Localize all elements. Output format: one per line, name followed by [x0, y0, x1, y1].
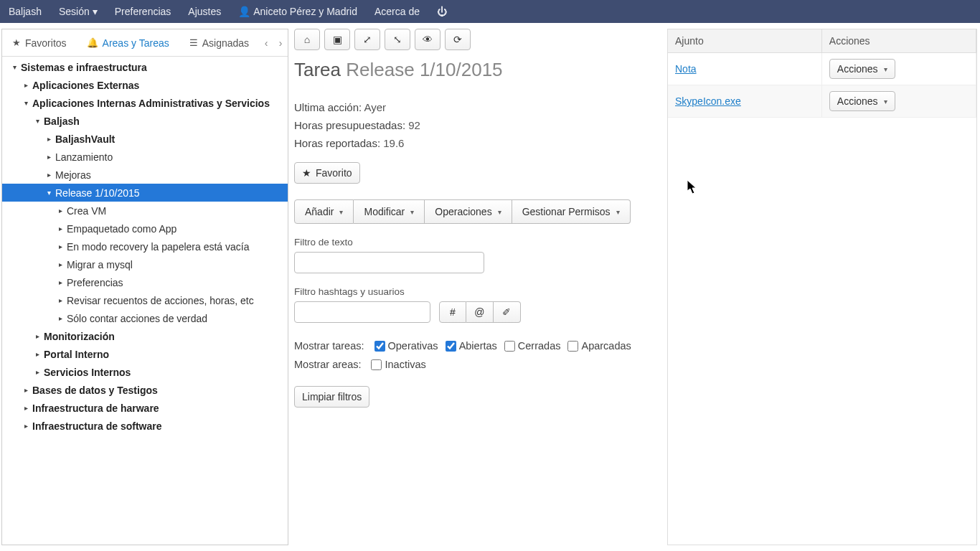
tree-db[interactable]: ▸Bases de datos y Testigos: [2, 381, 288, 399]
at-button[interactable]: @: [466, 301, 494, 323]
tree-release[interactable]: ▾Release 1/10/2015: [2, 184, 288, 202]
tree-launch[interactable]: ▸Lanzamiento: [2, 148, 288, 166]
tree-monitor[interactable]: ▸Monitorización: [2, 327, 288, 345]
row-actions-dropdown[interactable]: Acciones▾: [829, 91, 895, 111]
tabs-row: ★Favoritos 🔔Areas y Tareas ☰Asignadas 🖵 …: [2, 29, 288, 57]
chevron-down-icon: ▾: [884, 98, 887, 105]
check-aparcadas[interactable]: Aparcadas: [567, 340, 631, 352]
tree-root[interactable]: ▾Sistemas e infraestructura: [2, 58, 288, 76]
operations-dropdown[interactable]: Operaciones▾: [425, 199, 512, 224]
eye-icon: 👁: [423, 34, 433, 45]
nav-prefs[interactable]: Preferencias: [115, 6, 171, 17]
tag-filter-block: Filtro hashtags y usuarios # @ ✐: [294, 286, 667, 323]
tree: ▾Sistemas e infraestructura ▸Aplicacione…: [2, 57, 288, 545]
bell-icon: 🔔: [87, 37, 98, 48]
hash-button[interactable]: #: [439, 301, 466, 323]
star-icon: ★: [302, 167, 311, 179]
show-areas-row: Mostrar areas: Inactivas: [294, 359, 667, 370]
tree-count[interactable]: ▸Sólo contar acciones de verdad: [2, 309, 288, 327]
title-name: Release 1/10/2015: [346, 59, 502, 80]
row-actions-dropdown[interactable]: Acciones▾: [829, 59, 895, 79]
tree-hw[interactable]: ▸Infraestructura de harware: [2, 399, 288, 417]
user-icon: 👤: [238, 6, 250, 17]
checkbox-operativas[interactable]: [374, 341, 385, 352]
permissions-dropdown[interactable]: Gestionar Permisos▾: [512, 199, 631, 224]
top-navbar: Baljash Sesión ▾ Preferencias Ajustes 👤A…: [0, 0, 980, 23]
tree-improve[interactable]: ▸Mejoras: [2, 166, 288, 184]
tree-recovery[interactable]: ▸En modo recovery la papelera está vacía: [2, 237, 288, 255]
checkbox-aparcadas[interactable]: [567, 341, 578, 352]
refresh-icon: ⟳: [453, 34, 462, 45]
tree-services[interactable]: ▸Servicios Internos: [2, 363, 288, 381]
favorite-button[interactable]: ★ Favorito: [294, 162, 360, 184]
add-dropdown[interactable]: Añadir▾: [294, 199, 354, 224]
tab-assigned[interactable]: ☰Asignadas: [179, 29, 259, 57]
nav-session[interactable]: Sesión ▾: [59, 6, 98, 17]
check-cerradas[interactable]: Cerradas: [504, 340, 561, 352]
erase-button[interactable]: ✐: [494, 301, 521, 323]
star-icon: ★: [12, 37, 21, 48]
checkbox-cerradas[interactable]: [504, 341, 515, 352]
tree-app-ext[interactable]: ▸Aplicaciones Externas: [2, 76, 288, 94]
text-filter-label: Filtro de texto: [294, 237, 667, 248]
refresh-button[interactable]: ⟳: [445, 29, 471, 50]
title-prefix: Tarea: [294, 59, 341, 80]
tag-filter-input[interactable]: [294, 301, 430, 323]
check-operativas[interactable]: Operativas: [374, 340, 438, 352]
expand-button[interactable]: ⤢: [354, 29, 380, 50]
meta-reported: Horas reportadas: 19.6: [294, 137, 667, 149]
attachments-panel: Ajunto Acciones Nota Acciones▾ SkypeIcon…: [667, 29, 977, 545]
tree-mysql[interactable]: ▸Migrar a mysql: [2, 255, 288, 273]
workspace: ★Favoritos 🔔Areas y Tareas ☰Asignadas 🖵 …: [0, 23, 980, 551]
modify-dropdown[interactable]: Modificar▾: [354, 199, 425, 224]
center-panel: ⌂ ▣ ⤢ ⤡ 👁 ⟳ Tarea Release 1/10/2015 Ulti…: [288, 23, 667, 551]
table-row: Nota Acciones▾: [668, 53, 976, 85]
text-filter-input[interactable]: [294, 252, 484, 273]
tabs-scroll-left[interactable]: ‹: [259, 29, 273, 57]
clear-filters-button[interactable]: Limpiar filtros: [294, 386, 369, 408]
chevron-down-icon: ▾: [410, 208, 414, 216]
tree-review[interactable]: ▸Revisar recuentos de acciones, horas, e…: [2, 291, 288, 309]
tree-portal[interactable]: ▸Portal Interno: [2, 345, 288, 363]
attachment-link[interactable]: SkypeIcon.exe: [675, 95, 741, 107]
checkbox-abiertas[interactable]: [446, 341, 456, 352]
tree-vault[interactable]: ▸BaljashVault: [2, 130, 288, 148]
attachment-link[interactable]: Nota: [675, 63, 697, 75]
view-button[interactable]: 👁: [415, 29, 440, 50]
table-row: SkypeIcon.exe Acciones▾: [668, 85, 976, 118]
tab-areas[interactable]: 🔔Areas y Tareas: [77, 29, 179, 57]
nav-about[interactable]: Acerca de: [374, 6, 420, 17]
home-icon: ⌂: [304, 34, 310, 45]
collapse-icon: ⤡: [393, 34, 402, 45]
collapse-button[interactable]: ⤡: [385, 29, 410, 50]
tag-filter-label: Filtro hashtags y usuarios: [294, 286, 667, 297]
check-inactivas[interactable]: Inactivas: [371, 359, 425, 370]
attachments-table: Ajunto Acciones Nota Acciones▾ SkypeIcon…: [668, 29, 976, 118]
expand-icon: ⤢: [363, 34, 372, 45]
chevron-down-icon: ▾: [616, 208, 620, 216]
page-title: Tarea Release 1/10/2015: [294, 59, 667, 81]
tree-sw[interactable]: ▸Infraestructura de software: [2, 417, 288, 435]
chevron-down-icon: ▾: [498, 208, 501, 216]
tree-prefs[interactable]: ▸Preferencias: [2, 273, 288, 291]
tabs-scroll-right[interactable]: ›: [273, 29, 288, 57]
tree-vm[interactable]: ▸Crea VM: [2, 202, 288, 220]
icon-toolbar: ⌂ ▣ ⤢ ⤡ 👁 ⟳: [294, 29, 667, 50]
tab-favorites[interactable]: ★Favoritos: [2, 29, 77, 57]
nav-settings[interactable]: Ajustes: [188, 6, 221, 17]
tree-scroll[interactable]: ▾Sistemas e infraestructura ▸Aplicacione…: [2, 57, 288, 545]
tree-app-int[interactable]: ▾Aplicaciones Internas Administrativas y…: [2, 94, 288, 112]
show-tasks-row: Mostrar tareas: Operativas Abiertas Cerr…: [294, 340, 667, 352]
brand[interactable]: Baljash: [9, 6, 42, 17]
tree-baljash[interactable]: ▾Baljash: [2, 112, 288, 130]
window-button[interactable]: ▣: [324, 29, 350, 50]
nav-user[interactable]: 👤Aniceto Pérez y Madrid: [238, 6, 357, 17]
nav-power[interactable]: ⏻: [437, 6, 447, 17]
tree-pack[interactable]: ▸Empaquetado como App: [2, 220, 288, 237]
left-panel: ★Favoritos 🔔Areas y Tareas ☰Asignadas 🖵 …: [1, 29, 288, 545]
checkbox-inactivas[interactable]: [371, 359, 382, 370]
check-abiertas[interactable]: Abiertas: [446, 340, 497, 352]
home-button[interactable]: ⌂: [294, 29, 320, 50]
chevron-down-icon: ▾: [339, 208, 343, 216]
meta-budget: Horas presupuestadas: 92: [294, 119, 667, 131]
